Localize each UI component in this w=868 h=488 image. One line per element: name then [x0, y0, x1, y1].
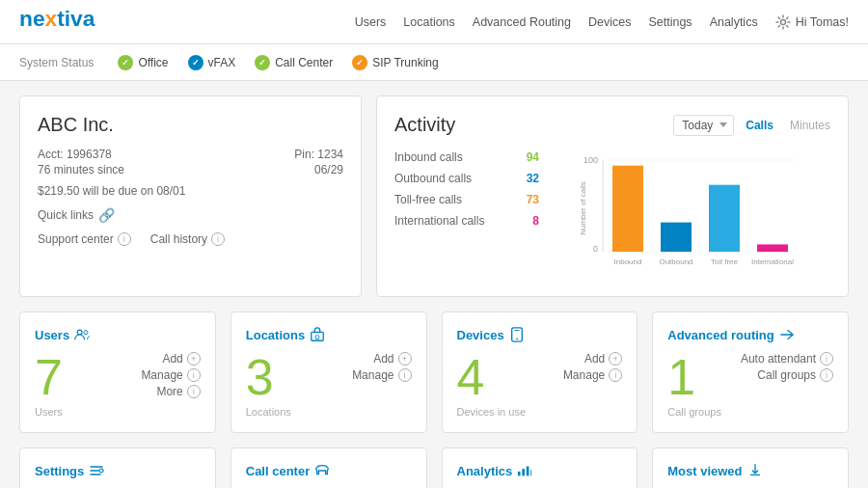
routing-actions: Auto attendanti Call groupsi: [741, 352, 833, 382]
bar-chart: 100 0 Inbound Outboun: [549, 150, 830, 276]
stat-inbound: Inbound calls 94: [394, 150, 539, 164]
call-center-dot: ✓: [255, 55, 270, 70]
nav-devices[interactable]: Devices: [588, 15, 631, 29]
logo: nextiva: [19, 6, 121, 39]
locations-actions: Add+ Managei: [352, 352, 411, 382]
users-icon: [74, 327, 90, 342]
settings-icon: [89, 463, 104, 478]
dash-card-locations: Locations 3 Locations Add+ Managei: [231, 312, 427, 433]
period-select[interactable]: Today: [673, 115, 734, 136]
locations-main: 3 Locations Add+ Managei: [246, 352, 412, 418]
devices-sublabel: Devices in use: [457, 406, 527, 418]
office-dot: ✓: [118, 55, 133, 70]
users-sublabel: Users: [35, 406, 63, 418]
history-info-icon: i: [211, 232, 225, 246]
mostviewed-icon: [747, 463, 763, 478]
routing-count: 1: [667, 352, 721, 402]
manage-info-icon: i: [187, 368, 201, 382]
chart-area: 100 0 Inbound Outboun: [549, 150, 830, 279]
header: nextiva Users Locations Advanced Routing…: [0, 0, 868, 44]
dash-card-users: Users 7 Users Add+ Managei Morei: [19, 312, 216, 433]
activity-card: Activity Today Calls Minutes Inbound cal…: [376, 95, 849, 297]
dash-card-mostviewed: Most viewed 3 Articles Adding a location…: [652, 447, 849, 488]
callcenter-icon: [314, 463, 330, 478]
dev-manage-icon: i: [609, 368, 622, 382]
quick-links: Quick links 🔗: [38, 207, 343, 223]
nav-advanced-routing[interactable]: Advanced Routing: [473, 15, 571, 29]
loc-add-icon: +: [398, 352, 412, 366]
tab-minutes[interactable]: Minutes: [790, 119, 830, 132]
call-history-link[interactable]: Call history i: [150, 232, 225, 246]
sip-label: SIP Trunking: [372, 56, 438, 69]
svg-text:Inbound: Inbound: [614, 258, 642, 266]
svg-point-13: [84, 331, 88, 335]
gear-icon: [775, 14, 791, 30]
routing-cg-icon: i: [820, 368, 833, 382]
users-count: 7: [35, 352, 63, 402]
svg-text:Toll free: Toll free: [711, 258, 739, 266]
svg-text:100: 100: [583, 155, 598, 165]
stat-tollfree: Toll-free calls 73: [394, 193, 539, 206]
status-label: System Status: [19, 56, 94, 69]
users-card-title: Users: [35, 327, 201, 342]
users-actions: Add+ Managei Morei: [141, 352, 200, 398]
routing-auto-attendant[interactable]: Auto attendanti: [741, 352, 833, 366]
more-info-icon: i: [187, 385, 201, 398]
call-stats: Inbound calls 94 Outbound calls 32 Toll-…: [394, 150, 539, 279]
nav-analytics[interactable]: Analytics: [710, 15, 758, 29]
locations-card-title: Locations: [246, 327, 412, 342]
minutes-date: 06/29: [192, 163, 344, 176]
locations-manage[interactable]: Managei: [352, 368, 411, 382]
locations-icon: [310, 327, 325, 342]
svg-point-17: [516, 339, 518, 340]
devices-actions: Add+ Managei: [563, 352, 622, 382]
routing-call-groups[interactable]: Call groupsi: [757, 368, 833, 382]
svg-point-1: [780, 19, 785, 24]
dash-card-settings: Settings 6 Schedules Schedulesi: [19, 447, 216, 488]
locations-count: 3: [246, 352, 291, 402]
nav-users[interactable]: Users: [355, 15, 387, 29]
mostviewed-card-title: Most viewed: [667, 463, 833, 478]
support-info-icon: i: [118, 232, 131, 246]
quick-links-label: Quick links: [38, 208, 94, 222]
vfax-dot: ✓: [188, 55, 203, 70]
users-manage[interactable]: Managei: [141, 368, 200, 382]
activity-content: Inbound calls 94 Outbound calls 32 Toll-…: [394, 150, 830, 279]
users-add[interactable]: Add+: [162, 352, 200, 366]
abc-details: Acct: 1996378 Pin: 1234 76 minutes since…: [38, 148, 343, 176]
sip-dot: ✓: [352, 55, 367, 70]
callcenter-card-title: Call center: [246, 463, 412, 478]
svg-point-19: [99, 469, 103, 473]
bar-outbound: [661, 223, 692, 252]
locations-add[interactable]: Add+: [373, 352, 411, 366]
activity-header: Activity Today Calls Minutes: [394, 114, 830, 136]
svg-text:Number of calls: Number of calls: [579, 181, 587, 235]
devices-manage[interactable]: Managei: [563, 368, 622, 382]
status-office: ✓ Office: [118, 55, 168, 70]
routing-att-icon: i: [820, 352, 833, 366]
svg-rect-21: [523, 469, 526, 475]
office-label: Office: [138, 56, 168, 69]
user-menu[interactable]: Hi Tomas!: [775, 14, 849, 30]
stat-outbound: Outbound calls 32: [394, 172, 539, 185]
status-vfax: ✓ vFAX: [188, 55, 236, 70]
devices-add[interactable]: Add+: [584, 352, 622, 366]
top-section: ABC Inc. Acct: 1996378 Pin: 1234 76 minu…: [19, 95, 849, 297]
main-content: ABC Inc. Acct: 1996378 Pin: 1234 76 minu…: [0, 81, 868, 488]
main-nav: Users Locations Advanced Routing Devices…: [355, 15, 758, 29]
link-icon: 🔗: [98, 207, 115, 223]
support-center-link[interactable]: Support center i: [38, 232, 131, 246]
routing-main: 1 Call groups Auto attendanti Call group…: [667, 352, 833, 418]
users-more[interactable]: Morei: [156, 385, 200, 398]
users-main: 7 Users Add+ Managei Morei: [35, 352, 201, 418]
svg-rect-15: [315, 336, 319, 339]
pin-label: Pin: 1234: [192, 148, 344, 161]
tab-calls[interactable]: Calls: [746, 119, 773, 132]
status-bar: System Status ✓ Office ✓ vFAX ✓ Call Cen…: [0, 44, 868, 81]
activity-title: Activity: [394, 114, 455, 136]
svg-text:nextiva: nextiva: [19, 6, 95, 31]
svg-text:0: 0: [593, 244, 598, 254]
routing-sublabel: Call groups: [667, 406, 721, 418]
nav-locations[interactable]: Locations: [403, 15, 455, 29]
nav-settings[interactable]: Settings: [648, 15, 692, 29]
